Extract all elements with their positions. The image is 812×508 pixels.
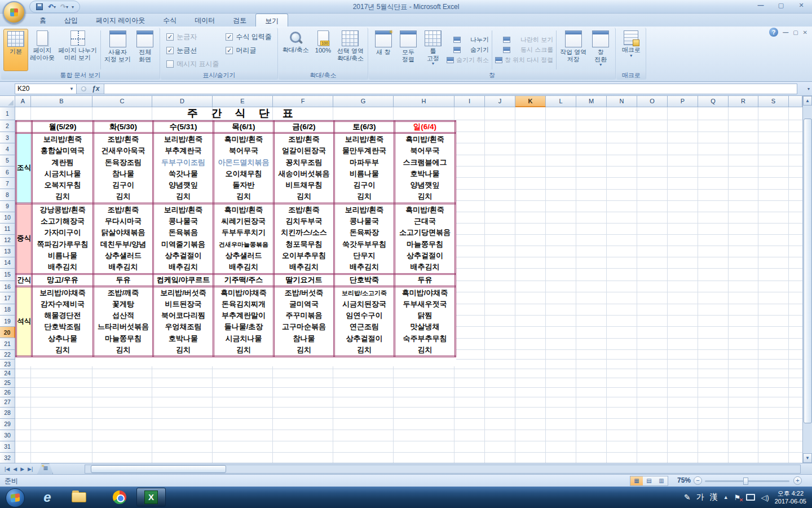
row-header-12[interactable]: 12 [0, 235, 15, 246]
ribbon-tab-수식[interactable]: 수식 [154, 14, 186, 27]
ribbon-tab-삽입[interactable]: 삽입 [55, 14, 87, 27]
page-layout-view-button[interactable]: 페이지레이아웃 [28, 29, 56, 71]
zoom-selection-button[interactable]: 선택 영역확대/축소 [336, 29, 365, 71]
section-label-cell[interactable]: 석식 [16, 286, 32, 357]
custom-views-button[interactable]: 사용자지정 보기 [103, 29, 133, 71]
column-header-S[interactable]: S [758, 96, 789, 107]
column-header-E[interactable]: E [213, 96, 273, 107]
ribbon-tab-검토[interactable]: 검토 [224, 14, 255, 27]
last-sheet-icon[interactable]: ▶| [28, 466, 33, 472]
checkbox-메시지 표시줄[interactable]: 메시지 표시줄 [166, 59, 219, 69]
speaker-icon[interactable]: ◁) [761, 493, 769, 502]
column-header-I[interactable]: I [454, 96, 485, 107]
ime-hanja[interactable]: 漢 [710, 492, 718, 502]
new-window-button[interactable]: 새 창 [371, 29, 396, 71]
zoom-slider-thumb[interactable] [743, 478, 748, 485]
name-box[interactable]: K20▼ [15, 84, 77, 94]
checkbox-눈금선[interactable]: ✓눈금선 [166, 46, 219, 55]
zoom-level[interactable]: 75% [677, 476, 691, 484]
day-header-cell[interactable]: 수(5/31) [153, 121, 214, 133]
menu-cell[interactable]: 흑미밥/흰죽근대국소고기당면볶음마늘쫑무침상추겉절이배추김치 [395, 203, 456, 274]
column-headers[interactable]: ABCDEFGHIJKLMNOPQRS [0, 96, 802, 107]
normal-view-button[interactable]: 기본 [3, 29, 28, 71]
row-header-23[interactable]: 23 [0, 360, 15, 369]
action-center-flag-icon[interactable]: ⚑ [734, 493, 741, 502]
workbook-close-button[interactable]: ✕ [803, 29, 807, 36]
row-header-20[interactable]: 20 [0, 327, 15, 338]
ribbon-small-나누기[interactable]: 나누기 [447, 36, 489, 44]
cells-grid[interactable]: 주 간 식 단 표 월(5/29)화(5/30)수(5/31)목(6/1)금(6… [15, 107, 802, 463]
next-sheet-icon[interactable]: ▶ [20, 466, 24, 472]
section-label-cell[interactable]: 조식 [16, 133, 32, 204]
menu-cell[interactable]: 보리밥/야채죽감자수제비국해물경단전단호박조림상추나물김치 [32, 286, 94, 357]
day-header-cell[interactable]: 목(6/1) [214, 121, 274, 133]
menu-cell[interactable]: 조밥/흰죽김치두부국치킨까스/소스청포묵무침오이부추무침배추김치 [274, 203, 334, 274]
row-header-8[interactable]: 8 [0, 189, 15, 201]
taskbar-explorer-button[interactable] [64, 488, 94, 507]
vertical-scroll-thumb[interactable] [804, 119, 812, 423]
zoom-100-button[interactable]: 100100% [311, 29, 336, 71]
row-header-31[interactable]: 31 [0, 441, 15, 453]
menu-cell[interactable]: 보리밥/흰죽홍합살미역국계란찜시금치나물오복지무침김치 [32, 133, 94, 204]
row-header-16[interactable]: 16 [0, 281, 15, 292]
column-header-C[interactable]: C [92, 96, 152, 107]
snack-cell[interactable]: 망고/우유 [32, 274, 94, 286]
menu-cell[interactable]: 흑미밥/야채죽돈육김치찌개부추계란말이돌나물/초장시금치나물김치 [214, 286, 274, 357]
page-layout-icon[interactable]: ▤ [643, 476, 655, 485]
scroll-down-icon[interactable]: ▼ [803, 453, 812, 463]
workbook-restore-button[interactable]: ▢ [793, 29, 798, 36]
day-header-cell[interactable]: 토(6/3) [334, 121, 395, 133]
row-header-29[interactable]: 29 [0, 419, 15, 430]
column-header-B[interactable]: B [31, 96, 92, 107]
column-header-Q[interactable]: Q [698, 96, 729, 107]
column-header-F[interactable]: F [273, 96, 333, 107]
row-header-5[interactable]: 5 [0, 155, 15, 167]
menu-cell[interactable]: 보리밥/흰죽콩나물국돈육짜장쑥갓두부무침단무지배추김치 [334, 203, 395, 274]
macros-button[interactable]: 매크로▼ [619, 29, 643, 71]
row-header-28[interactable]: 28 [0, 408, 15, 419]
menu-cell[interactable]: 흑미밥/야채죽두부새우젓국닭찜맛살냉채숙주부추무침김치 [395, 286, 456, 357]
row-headers[interactable]: 1234567891011121314151617181920212223242… [0, 107, 15, 464]
row-header-30[interactable]: 30 [0, 430, 15, 441]
freeze-panes-button[interactable]: 틀고정▼ [421, 29, 445, 71]
menu-cell[interactable]: 조밥/버섯죽굴미역국주꾸미볶음고구마순볶음참나물김치 [274, 286, 334, 357]
day-header-cell[interactable]: 일(6/4) [395, 121, 456, 133]
menu-cell[interactable]: 조밥/깨죽꽃게탕섭산적느타리버섯볶음마늘쫑무침김치 [94, 286, 153, 357]
snack-cell[interactable]: 컵케잌/야쿠르트 [153, 274, 214, 286]
minimize-button[interactable]: — [753, 2, 768, 9]
menu-cell[interactable]: 보리밥/흰죽물만두계란국마파두부비름나물김구이김치 [334, 133, 395, 204]
network-icon[interactable] [746, 494, 755, 501]
menu-cell[interactable]: 강낭콩밥/흰죽소고기해장국가자미구이쪽파김가루무침비름나물배추김치 [32, 203, 94, 274]
ribbon-tab-보기[interactable]: 보기 [255, 14, 288, 27]
ribbon-small-동시 스크롤[interactable]: 동시 스크롤 [495, 46, 553, 54]
ime-korean[interactable]: 가 [696, 492, 704, 502]
taskbar-chrome-button[interactable] [105, 488, 134, 507]
menu-cell[interactable]: 조밥/흰죽무다시마국닭살야채볶음데친두부/양념상추샐러드배추김치 [94, 203, 153, 274]
ribbon-small-숨기기[interactable]: 숨기기 [447, 46, 489, 54]
tray-expand-icon[interactable]: ▲ [723, 494, 729, 500]
page-break-icon[interactable]: ▥ [655, 476, 668, 485]
row-header-9[interactable]: 9 [0, 201, 15, 212]
zoom-button[interactable]: 확대/축소 [281, 29, 311, 71]
row-header-11[interactable]: 11 [0, 224, 15, 235]
close-button[interactable]: ✕ [794, 2, 809, 9]
snack-cell[interactable]: 두유 [395, 274, 456, 286]
page-break-preview-button[interactable]: 페이지 나누기미리 보기 [56, 29, 99, 71]
row-header-17[interactable]: 17 [0, 292, 15, 304]
row-header-15[interactable]: 15 [0, 269, 15, 281]
column-header-A[interactable]: A [15, 96, 31, 107]
snack-cell[interactable]: 두유 [94, 274, 153, 286]
horizontal-scroll-thumb[interactable] [91, 465, 226, 473]
row-header-18[interactable]: 18 [0, 304, 15, 316]
column-header-N[interactable]: N [607, 96, 637, 107]
checkbox-머리글[interactable]: ✓머리글 [226, 46, 271, 55]
menu-cell[interactable]: 보리밥/버섯죽비트된장국북어코다리찜우엉채조림호박나물김치 [153, 286, 214, 357]
column-header-G[interactable]: G [333, 96, 394, 107]
column-header-D[interactable]: D [152, 96, 213, 107]
start-button[interactable] [6, 488, 25, 507]
select-all-corner[interactable] [0, 96, 15, 107]
row-header-25[interactable]: 25 [0, 378, 15, 388]
section-label-cell[interactable]: 중식 [16, 203, 32, 274]
row-header-2[interactable]: 2 [0, 120, 15, 132]
menu-cell[interactable]: 흑미밥/흰죽씨레기된장국두부두루치기건새우마늘쫑볶음상추샐러드배추김치 [214, 203, 274, 274]
